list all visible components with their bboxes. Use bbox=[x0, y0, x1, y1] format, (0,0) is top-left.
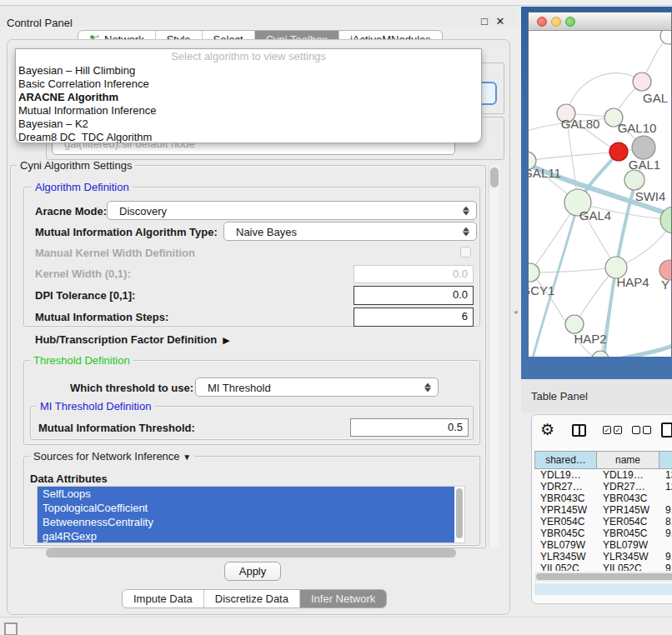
network-node-gal1[interactable] bbox=[632, 136, 655, 159]
kernel-width-field[interactable]: 0.0 bbox=[354, 265, 474, 283]
zoom-window-icon[interactable] bbox=[565, 17, 575, 27]
bottom-tab-discretize-data[interactable]: Discretize Data bbox=[204, 590, 300, 608]
network-window: GALGAL80GAL10GAL1GAL11SWI4GAL4HAP4YGCY1H… bbox=[528, 12, 672, 357]
table-row[interactable]: YDR27…YDR27…12 bbox=[534, 481, 672, 492]
mi-algorithm-type-combo[interactable]: Naive Bayes bbox=[223, 222, 477, 241]
bottom-tab-impute-data[interactable]: Impute Data bbox=[123, 590, 204, 608]
table-cell: 8. bbox=[659, 516, 672, 528]
settings-horizontal-scrollbar[interactable] bbox=[46, 548, 456, 558]
which-threshold-combo[interactable]: MI Threshold bbox=[195, 378, 439, 397]
network-node-swi4[interactable] bbox=[624, 170, 644, 190]
algorithm-dropdown-list: Select algorithm to view settings Bayesi… bbox=[15, 48, 482, 143]
algorithm-option-dream8-dc-tdc-algorithm[interactable]: Dream8 DC_TDC Algorithm bbox=[16, 131, 481, 143]
bottom-strip bbox=[0, 617, 672, 635]
table-cell bbox=[659, 492, 672, 504]
attributes-scrollbar-thumb[interactable] bbox=[456, 488, 463, 538]
mi-threshold-field[interactable]: 0.5 bbox=[350, 418, 469, 437]
close-window-icon[interactable] bbox=[537, 17, 547, 27]
table-row[interactable]: YPR145WYPR145W9. bbox=[534, 504, 672, 516]
column-header-shared[interactable]: shared… bbox=[534, 451, 597, 469]
screen: Control Panel □ ✕ NetworkStyleSelectCyni… bbox=[0, 0, 672, 635]
combo-arrows-icon bbox=[463, 206, 469, 215]
mi-type-label: Mutual Information Algorithm Type: bbox=[35, 226, 218, 238]
network-edge bbox=[530, 268, 616, 272]
table-cell: YBL079W bbox=[597, 539, 659, 551]
document-icon[interactable] bbox=[661, 422, 672, 438]
manual-kernel-label: Manual Kernel Width Definition bbox=[35, 247, 195, 259]
table-row[interactable]: YIL052CYIL052C9. bbox=[534, 562, 672, 571]
attribute-item-gal4rgexp[interactable]: gal4RGexp bbox=[38, 529, 454, 543]
table-cell bbox=[659, 539, 672, 551]
table-cell: YBR043C bbox=[597, 492, 659, 504]
dpi-tolerance-field[interactable]: 0.0 bbox=[354, 286, 474, 305]
kernel-width-value: 0.0 bbox=[453, 268, 468, 280]
panel-divider-handle[interactable]: ◂ bbox=[514, 308, 518, 316]
table-row[interactable]: YLR345WYLR345W9. bbox=[534, 551, 672, 562]
algorithm-definition-title: Algorithm Definition bbox=[32, 181, 133, 193]
table-cell: 13 bbox=[659, 469, 672, 481]
network-window-titlebar[interactable] bbox=[529, 12, 671, 31]
float-panel-button[interactable]: □ bbox=[479, 16, 490, 28]
attribute-item-betweennesscentrality[interactable]: BetweennessCentrality bbox=[38, 515, 454, 529]
network-canvas[interactable]: GALGAL80GAL10GAL1GAL11SWI4GAL4HAP4YGCY1H… bbox=[529, 31, 671, 357]
bottom-tab-infer-network[interactable]: Infer Network bbox=[300, 590, 386, 608]
table-rows: YDL19…YDL19…13YDR27…YDR27…12YBR043CYBR04… bbox=[534, 469, 672, 571]
attribute-item-topologicalcoefficient[interactable]: TopologicalCoefficient bbox=[38, 501, 454, 515]
settings-scrollbar-thumb[interactable] bbox=[490, 168, 499, 188]
node-label-gal1: GAL1 bbox=[629, 158, 660, 172]
hub-definition-expander[interactable]: Hub/Transcription Factor Definition ▶ bbox=[35, 333, 230, 346]
table-cell: YDL19… bbox=[597, 469, 659, 481]
network-node-gal[interactable] bbox=[633, 72, 651, 91]
attribute-item-selfloops[interactable]: SelfLoops bbox=[38, 487, 454, 501]
table-cell: YDR27… bbox=[597, 481, 659, 492]
node-label-swi4: SWI4 bbox=[635, 189, 666, 203]
algorithm-option-aracne-algorithm[interactable]: ARACNE Algorithm bbox=[16, 91, 481, 104]
table-row[interactable]: YER054CYER054C8. bbox=[534, 516, 672, 528]
table-cell: YDR27… bbox=[534, 481, 597, 492]
network-node[interactable] bbox=[609, 142, 628, 161]
dpi-tolerance-label: DPI Tolerance [0,1]: bbox=[35, 289, 135, 302]
cyni-settings-title: Cyni Algorithm Settings bbox=[17, 159, 135, 172]
table-row[interactable]: YBL079WYBL079W bbox=[534, 539, 672, 551]
column-header-a[interactable]: A bbox=[659, 451, 672, 469]
settings-vertical-scrollbar[interactable] bbox=[489, 166, 499, 548]
collapse-down-arrow-icon: ▼ bbox=[183, 452, 191, 462]
data-attributes-list: SelfLoopsTopologicalCoefficientBetweenne… bbox=[37, 486, 465, 543]
close-panel-button[interactable]: ✕ bbox=[494, 16, 506, 28]
manual-kernel-checkbox[interactable] bbox=[460, 247, 471, 258]
mi-steps-value: 6 bbox=[462, 310, 468, 322]
aracne-mode-combo[interactable]: Discovery bbox=[107, 201, 477, 220]
expander-right-arrow-icon: ▶ bbox=[223, 335, 229, 346]
network-node-hap2[interactable] bbox=[565, 315, 584, 333]
table-cell: YPR145W bbox=[534, 504, 597, 516]
algorithm-option-bayesian-k2[interactable]: Bayesian – K2 bbox=[16, 118, 481, 131]
mi-steps-field[interactable]: 6 bbox=[354, 308, 474, 327]
split-columns-icon[interactable] bbox=[572, 424, 586, 437]
algorithm-option-bayesian-hill-climbing[interactable]: Bayesian – Hill Climbing bbox=[16, 64, 481, 78]
gear-icon[interactable]: ⚙ bbox=[540, 420, 554, 439]
node-label-gal4: GAL4 bbox=[579, 208, 611, 222]
algorithm-option-basic-correlation-inference[interactable]: Basic Correlation Inference bbox=[16, 78, 481, 91]
table-cell: YLR345W bbox=[534, 551, 597, 562]
minimized-panel-icon[interactable] bbox=[4, 622, 18, 635]
table-row[interactable]: YDL19…YDL19…13 bbox=[534, 469, 672, 481]
table-cell: YPR145W bbox=[597, 504, 659, 516]
table-scrollbar-thumb[interactable] bbox=[536, 573, 672, 580]
sources-title[interactable]: Sources for Network Inference ▼ bbox=[30, 450, 194, 462]
node-label-gal10: GAL10 bbox=[618, 121, 657, 135]
aracne-mode-label: Aracne Mode: bbox=[35, 205, 107, 218]
table-cell: YDL19… bbox=[534, 469, 597, 481]
column-header-name[interactable]: name bbox=[597, 451, 659, 469]
network-node-gcy1[interactable] bbox=[529, 263, 539, 282]
unchecked-attributes-icon[interactable] bbox=[632, 426, 651, 434]
table-row[interactable]: YBR045CYBR045C9. bbox=[534, 528, 672, 539]
minimize-window-icon[interactable] bbox=[551, 17, 561, 27]
apply-button[interactable]: Apply bbox=[224, 562, 281, 581]
node-label-gcy1: GCY1 bbox=[529, 283, 554, 298]
checked-attributes-icon[interactable]: ✓✓ bbox=[603, 426, 622, 434]
algorithm-option-mutual-information-inference[interactable]: Mutual Information Inference bbox=[16, 104, 481, 118]
mi-threshold-label: Mutual Information Threshold: bbox=[38, 422, 195, 434]
table-horizontal-scrollbar[interactable] bbox=[534, 572, 672, 582]
table-row[interactable]: YBR043CYBR043C bbox=[534, 492, 672, 504]
network-node[interactable] bbox=[660, 31, 671, 44]
